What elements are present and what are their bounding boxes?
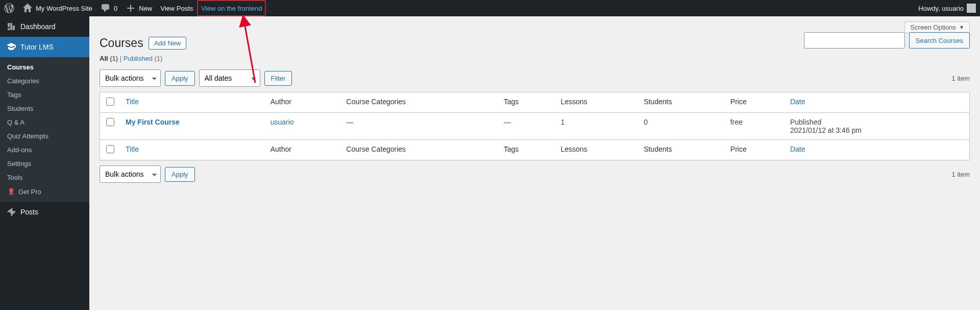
view-posts-link[interactable]: View Posts (156, 0, 197, 16)
item-count-top: 1 item (952, 75, 970, 82)
row-checkbox[interactable] (106, 118, 114, 126)
col-title[interactable]: Title (126, 98, 139, 106)
content-wrap: Screen Options ▼ Courses Add New Search … (89, 16, 980, 310)
search-input[interactable] (804, 32, 905, 49)
row-tags: — (499, 113, 556, 139)
comments-count: 0 (114, 5, 117, 12)
submenu-qa[interactable]: Q & A (0, 115, 89, 129)
filter-button[interactable]: Filter (264, 71, 292, 86)
svg-point-0 (9, 188, 13, 193)
select-all-top[interactable] (106, 98, 114, 106)
graduation-cap-icon (6, 42, 16, 52)
site-name: My WordPress Site (36, 5, 92, 12)
adminbar: My WordPress Site 0 New View Posts View … (0, 0, 980, 16)
wp-logo[interactable] (0, 0, 18, 16)
admin-menu: Dashboard Tutor LMS Courses Categories T… (0, 16, 89, 310)
submenu-tags[interactable]: Tags (0, 88, 89, 102)
row-author-link[interactable]: usuario (271, 118, 294, 126)
menu-posts[interactable]: Posts (0, 202, 89, 222)
comments-menu[interactable]: 0 (96, 0, 121, 16)
select-all-bottom[interactable] (106, 145, 114, 153)
item-count-bottom: 1 item (952, 171, 970, 178)
menu-tutor-lms[interactable]: Tutor LMS (0, 37, 89, 57)
filter-all[interactable]: All (1) (100, 55, 118, 62)
col-lessons: Lessons (555, 92, 639, 113)
col-price: Price (725, 92, 785, 113)
plus-icon (126, 3, 136, 13)
row-students: 0 (639, 113, 725, 139)
filter-published[interactable]: Published (1) (124, 55, 163, 62)
row-categories: — (341, 113, 498, 139)
row-date: Published 2021/01/12 at 3:46 pm (785, 113, 969, 139)
courses-table: Title Author Course Categories Tags Less… (100, 92, 970, 160)
bulk-actions-select-bottom[interactable]: Bulk actions (100, 165, 161, 183)
submenu-get-pro[interactable]: Get Pro (0, 184, 89, 199)
comment-icon (101, 3, 111, 13)
row-title-link[interactable]: My First Course (126, 118, 180, 126)
add-new-button[interactable]: Add New (149, 37, 187, 50)
col-title-foot[interactable]: Title (126, 145, 139, 153)
col-students: Students (639, 92, 725, 113)
table-row: My First Course usuario — — 1 0 free Pub… (100, 113, 969, 139)
submenu-students[interactable]: Students (0, 102, 89, 115)
date-filter-select[interactable]: All dates (199, 69, 260, 87)
submenu-settings[interactable]: Settings (0, 157, 89, 171)
apply-bulk-bottom[interactable]: Apply (165, 167, 195, 182)
submenu-courses[interactable]: Courses (0, 60, 89, 74)
bulk-actions-select-top[interactable]: Bulk actions (100, 69, 161, 87)
site-menu[interactable]: My WordPress Site (18, 0, 96, 16)
apply-bulk-top[interactable]: Apply (165, 71, 195, 86)
col-author: Author (265, 92, 341, 113)
tutor-submenu: Courses Categories Tags Students Q & A Q… (0, 57, 89, 202)
pin-icon (6, 207, 16, 217)
home-icon (22, 3, 33, 13)
row-lessons: 1 (555, 113, 639, 139)
col-course-categories: Course Categories (341, 92, 498, 113)
new-content-menu[interactable]: New (121, 0, 156, 16)
submenu-quiz-attempts[interactable]: Quiz Attempts (0, 129, 89, 143)
chevron-down-icon: ▼ (959, 25, 964, 30)
submenu-categories[interactable]: Categories (0, 74, 89, 88)
status-filters: All (1) | Published (1) (100, 55, 970, 62)
row-price: free (725, 113, 785, 139)
wordpress-icon (4, 3, 14, 13)
dashboard-icon (6, 21, 16, 32)
submenu-addons[interactable]: Add-ons (0, 143, 89, 157)
screen-options-toggle[interactable]: Screen Options ▼ (904, 21, 970, 33)
search-courses-button[interactable]: Search Courses (909, 32, 970, 49)
col-date[interactable]: Date (790, 98, 805, 106)
page-title: Courses (100, 36, 143, 50)
view-frontend-link[interactable]: View on the frontend (197, 0, 266, 16)
new-label: New (139, 5, 152, 12)
menu-dashboard[interactable]: Dashboard (0, 16, 89, 37)
badge-icon (7, 187, 15, 196)
col-date-foot[interactable]: Date (790, 145, 805, 153)
my-account-menu[interactable]: Howdy, usuario (914, 0, 980, 16)
submenu-tools[interactable]: Tools (0, 171, 89, 184)
col-tags: Tags (499, 92, 556, 113)
avatar (967, 4, 976, 13)
